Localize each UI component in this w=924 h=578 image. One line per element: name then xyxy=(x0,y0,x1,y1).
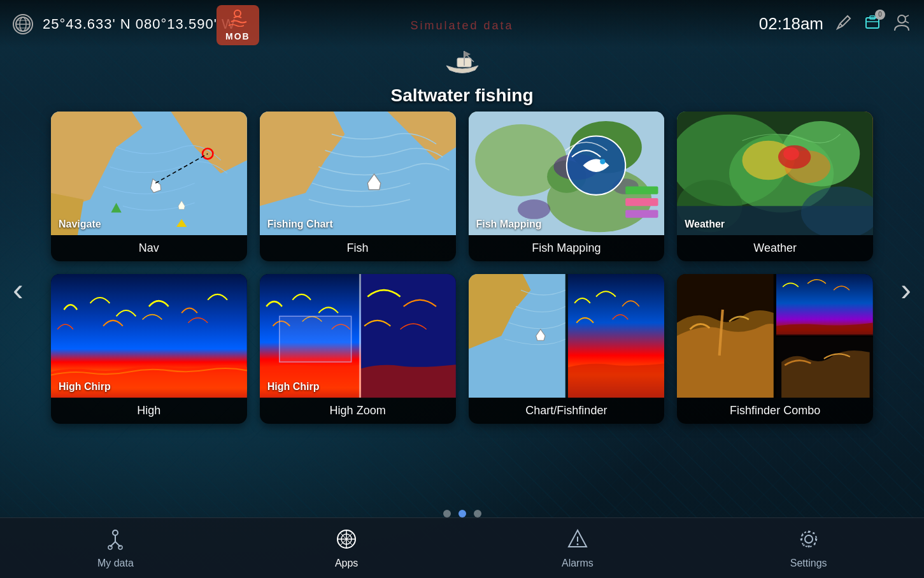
card-chartfish-bottom: Chart/Fishfinder xyxy=(469,398,665,424)
profile-icon[interactable] xyxy=(892,13,911,36)
card-high-image: High Chirp xyxy=(51,274,247,398)
card-nav-label: Navigate xyxy=(51,213,247,235)
mob-label: MOB xyxy=(225,31,250,41)
title-section: Saltwater fishing xyxy=(390,48,533,106)
card-ffcombo[interactable]: Fishfinder Combo xyxy=(677,274,873,424)
card-high[interactable]: High Chirp High xyxy=(51,274,247,424)
card-fishmapping[interactable]: Fish Mapping Fish Mapping xyxy=(469,112,665,261)
svg-point-80 xyxy=(805,535,813,543)
svg-rect-65 xyxy=(776,335,873,337)
card-fishmapping-image: Fish Mapping xyxy=(469,112,665,235)
header-icons: 0 xyxy=(835,13,911,36)
edit-icon[interactable] xyxy=(835,13,853,35)
gps-icon xyxy=(13,14,33,34)
card-high-label: High Chirp xyxy=(51,376,247,398)
card-highzoom-image: High Chirp xyxy=(260,274,456,398)
card-ffcombo-bottom: Fishfinder Combo xyxy=(677,398,873,424)
header: 25°43.633' N 080°13.590' W MOB 02:18am xyxy=(0,0,924,48)
card-fish-image: Fishing Chart xyxy=(260,112,456,235)
svg-rect-56 xyxy=(565,274,567,398)
cards-grid: Navigate Nav Fishing Chart xyxy=(51,112,873,424)
nav-settings[interactable]: Settings xyxy=(693,518,924,578)
svg-rect-52 xyxy=(280,316,352,362)
card-nav[interactable]: Navigate Nav xyxy=(51,112,247,261)
card-chartfish[interactable]: Chart/Fishfinder xyxy=(469,274,665,424)
card-weather[interactable]: Weather Weather xyxy=(677,112,873,261)
card-weather-image: Weather xyxy=(677,112,873,235)
svg-line-11 xyxy=(905,21,909,23)
alarms-icon xyxy=(566,528,589,554)
pagination xyxy=(443,510,481,517)
card-high-bottom: High xyxy=(51,398,247,424)
notification-badge: 0 xyxy=(875,10,885,20)
alarms-label: Alarms xyxy=(562,558,593,569)
header-left: 25°43.633' N 080°13.590' W xyxy=(13,14,236,34)
card-fish[interactable]: Fishing Chart Fish xyxy=(260,112,456,261)
card-weather-bottom: Weather xyxy=(677,235,873,261)
svg-point-9 xyxy=(898,15,906,23)
svg-rect-64 xyxy=(774,274,776,398)
dot-1[interactable] xyxy=(443,510,451,517)
svg-point-79 xyxy=(576,543,578,545)
nav-alarms[interactable]: Alarms xyxy=(462,518,693,578)
apps-label: Apps xyxy=(335,558,358,569)
dot-3[interactable] xyxy=(474,510,481,517)
settings-icon xyxy=(797,528,820,554)
card-fishmapping-bottom: Fish Mapping xyxy=(469,235,665,261)
card-nav-image: Navigate xyxy=(51,112,247,235)
card-ffcombo-image xyxy=(677,274,873,398)
svg-rect-31 xyxy=(625,187,658,194)
card-highzoom[interactable]: High Chirp High Zoom xyxy=(260,274,456,424)
card-chartfish-image xyxy=(469,274,665,398)
header-right: 02:18am 0 xyxy=(759,13,911,36)
svg-point-42 xyxy=(783,147,799,161)
settings-label: Settings xyxy=(790,558,827,569)
svg-rect-32 xyxy=(625,198,658,206)
card-fishmapping-label: Fish Mapping xyxy=(469,213,665,235)
svg-point-5 xyxy=(234,10,241,17)
card-fish-label: Fishing Chart xyxy=(260,213,456,235)
apps-icon xyxy=(335,528,358,554)
nav-apps[interactable]: Apps xyxy=(231,518,462,578)
nav-mydata[interactable]: My data xyxy=(0,518,231,578)
dot-2[interactable] xyxy=(458,510,466,517)
nav-arrow-right[interactable]: › xyxy=(900,271,911,308)
svg-point-81 xyxy=(801,531,816,547)
card-weather-label: Weather xyxy=(677,213,873,235)
page-title: Saltwater fishing xyxy=(390,85,533,106)
notification-icon[interactable]: 0 xyxy=(863,13,882,36)
svg-point-30 xyxy=(600,159,605,164)
card-highzoom-label: High Chirp xyxy=(260,376,456,398)
bottom-nav: My data Apps Alarms xyxy=(0,517,924,578)
boat-icon xyxy=(443,48,481,82)
mydata-icon xyxy=(104,528,127,554)
coordinates: 25°43.633' N 080°13.590' W xyxy=(43,16,236,33)
mydata-label: My data xyxy=(97,558,134,569)
mob-icon xyxy=(226,9,249,31)
nav-arrow-left[interactable]: ‹ xyxy=(13,271,24,308)
svg-line-10 xyxy=(905,15,909,17)
svg-point-66 xyxy=(113,530,118,535)
card-highzoom-bottom: High Zoom xyxy=(260,398,456,424)
card-fish-bottom: Fish xyxy=(260,235,456,261)
card-nav-bottom: Nav xyxy=(51,235,247,261)
time-display: 02:18am xyxy=(759,14,823,34)
mob-button[interactable]: MOB xyxy=(217,5,259,45)
